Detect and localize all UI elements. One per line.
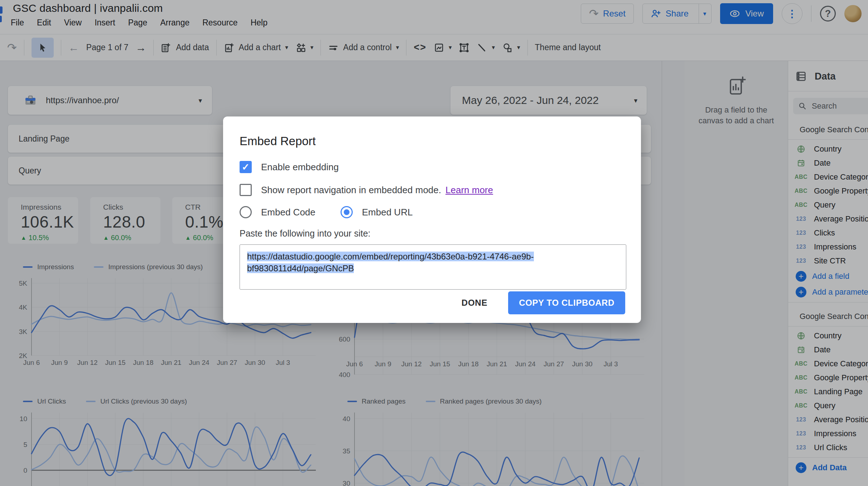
embed-code-radio[interactable]: [240, 206, 252, 218]
learn-more-link[interactable]: Learn more: [445, 185, 493, 196]
looker-studio-window: GSC dashboard | ivanpalii.com FileEditVi…: [0, 0, 868, 486]
radio-dot: [344, 209, 349, 215]
paste-instruction: Paste the following into your site:: [240, 228, 625, 239]
embed-code-label: Embed Code: [261, 207, 315, 218]
embed-url-textarea[interactable]: https://datastudio.google.com/embed/repo…: [240, 244, 626, 290]
selected-url-line: bf9830811d4d/page/GNcPB: [247, 263, 354, 273]
copy-to-clipboard-button[interactable]: COPY TO CLIPBOARD: [508, 291, 625, 314]
selected-url-line: https://datastudio.google.com/embed/repo…: [247, 252, 534, 261]
embed-report-dialog: Embed Report ✓ Enable embedding Show rep…: [223, 116, 641, 323]
embed-url-label: Embed URL: [362, 207, 413, 218]
dialog-actions: DONE COPY TO CLIPBOARD: [455, 291, 625, 314]
dialog-title: Embed Report: [240, 134, 625, 148]
show-navigation-checkbox[interactable]: [240, 184, 252, 196]
check-icon: ✓: [242, 162, 250, 173]
show-navigation-label: Show report navigation in embedded mode.: [261, 185, 441, 196]
enable-embedding-label: Enable embedding: [261, 162, 339, 173]
enable-embedding-checkbox[interactable]: ✓: [240, 161, 252, 173]
done-button[interactable]: DONE: [455, 293, 494, 313]
embed-url-radio[interactable]: [341, 206, 353, 218]
